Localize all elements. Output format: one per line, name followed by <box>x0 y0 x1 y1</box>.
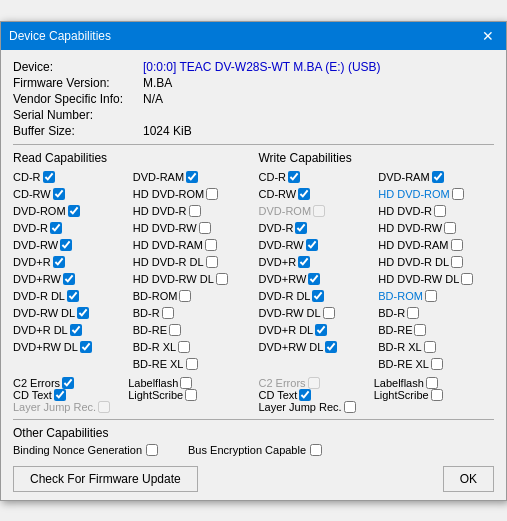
sub-cap-item: C2 Errors <box>259 377 356 389</box>
sub-cap-item: LightScribe <box>374 389 443 401</box>
cap-item: DVD-R <box>13 220 129 236</box>
cap-item: DVD+R <box>259 254 375 270</box>
firmware-value: M.BA <box>143 76 172 90</box>
cap-item: BD-R <box>133 305 249 321</box>
cap-item: BD-RE XL <box>378 356 494 372</box>
write-cap-grid: CD-RCD-RWDVD-ROMDVD-RDVD-RWDVD+RDVD+RWDV… <box>259 169 495 373</box>
sub-cap-item: Labelflash <box>128 377 197 389</box>
window-title: Device Capabilities <box>9 29 111 43</box>
firmware-row: Firmware Version: M.BA <box>13 76 494 90</box>
cap-item: DVD-RW <box>13 237 129 253</box>
capabilities-area: Read Capabilities CD-RCD-RWDVD-ROMDVD-RD… <box>13 151 494 413</box>
cap-item: HD DVD-RW <box>378 220 494 236</box>
sub-cap-item: LightScribe <box>128 389 197 401</box>
cap-item: DVD+R <box>13 254 129 270</box>
cap-item: DVD-RW DL <box>259 305 375 321</box>
cap-item: HD DVD-R DL <box>378 254 494 270</box>
other-cap-title: Other Capabilities <box>13 426 494 440</box>
read-cap-col2: DVD-RAMHD DVD-ROMHD DVD-RHD DVD-RWHD DVD… <box>133 169 249 373</box>
firmware-update-button[interactable]: Check For Firmware Update <box>13 466 198 492</box>
cap-item: DVD+RW <box>13 271 129 287</box>
serial-row: Serial Number: <box>13 108 494 122</box>
cap-item: HD DVD-RW DL <box>133 271 249 287</box>
vendor-row: Vendor Specific Info: N/A <box>13 92 494 106</box>
cap-item: DVD+RW <box>259 271 375 287</box>
read-sub-section: C2 ErrorsCD TextLayer Jump Rec. Labelfla… <box>13 377 249 413</box>
cap-item: HD DVD-RAM <box>133 237 249 253</box>
device-capabilities-window: Device Capabilities ✕ Device: [0:0:0] TE… <box>0 21 507 501</box>
cap-item: BD-ROM <box>378 288 494 304</box>
title-bar: Device Capabilities ✕ <box>1 22 506 50</box>
cap-item: DVD+R DL <box>13 322 129 338</box>
button-row: Check For Firmware Update OK <box>13 466 494 492</box>
cap-item: DVD-R DL <box>13 288 129 304</box>
device-row: Device: [0:0:0] TEAC DV-W28S-WT M.BA (E:… <box>13 60 494 74</box>
write-capabilities-section: Write Capabilities CD-RCD-RWDVD-ROMDVD-R… <box>259 151 495 413</box>
close-button[interactable]: ✕ <box>478 26 498 46</box>
firmware-label: Firmware Version: <box>13 76 143 90</box>
cap-item: DVD+R DL <box>259 322 375 338</box>
vendor-value: N/A <box>143 92 163 106</box>
vendor-label: Vendor Specific Info: <box>13 92 143 106</box>
sub-cap-item: CD Text <box>13 389 110 401</box>
cap-item: DVD-R DL <box>259 288 375 304</box>
window-content: Device: [0:0:0] TEAC DV-W28S-WT M.BA (E:… <box>1 50 506 500</box>
cap-item: CD-RW <box>13 186 129 202</box>
cap-item: HD DVD-RW <box>133 220 249 236</box>
cap-item: CD-R <box>259 169 375 185</box>
sub-cap-item: C2 Errors <box>13 377 110 389</box>
cap-item: HD DVD-RW DL <box>378 271 494 287</box>
cap-item: DVD-ROM <box>259 203 375 219</box>
sub-cap-item: Layer Jump Rec. <box>259 401 356 413</box>
cap-item: DVD-RAM <box>133 169 249 185</box>
cap-item: HD DVD-R DL <box>133 254 249 270</box>
buffer-row: Buffer Size: 1024 KiB <box>13 124 494 138</box>
write-cap-col1: CD-RCD-RWDVD-ROMDVD-RDVD-RWDVD+RDVD+RWDV… <box>259 169 375 373</box>
ok-button[interactable]: OK <box>443 466 494 492</box>
other-cap-row: Binding Nonce GenerationBus Encryption C… <box>13 444 494 456</box>
buffer-label: Buffer Size: <box>13 124 143 138</box>
cap-item: DVD-RW DL <box>13 305 129 321</box>
device-label: Device: <box>13 60 143 74</box>
cap-item: HD DVD-R <box>378 203 494 219</box>
read-cap-title: Read Capabilities <box>13 151 249 165</box>
cap-item: BD-RE <box>133 322 249 338</box>
serial-label: Serial Number: <box>13 108 143 122</box>
cap-item: BD-RE XL <box>133 356 249 372</box>
cap-item: BD-R XL <box>133 339 249 355</box>
sub-cap-item: Labelflash <box>374 377 443 389</box>
read-cap-grid: CD-RCD-RWDVD-ROMDVD-RDVD-RWDVD+RDVD+RWDV… <box>13 169 249 373</box>
cap-item: BD-R XL <box>378 339 494 355</box>
sub-cap-item: Layer Jump Rec. <box>13 401 110 413</box>
cap-item: DVD+RW DL <box>13 339 129 355</box>
device-value: [0:0:0] TEAC DV-W28S-WT M.BA (E:) (USB) <box>143 60 381 74</box>
cap-item: DVD+RW DL <box>259 339 375 355</box>
other-capabilities-section: Other Capabilities Binding Nonce Generat… <box>13 426 494 456</box>
write-cap-col2: DVD-RAMHD DVD-ROMHD DVD-RHD DVD-RWHD DVD… <box>378 169 494 373</box>
cap-item: HD DVD-ROM <box>378 186 494 202</box>
cap-item: CD-R <box>13 169 129 185</box>
other-cap-item: Binding Nonce Generation <box>13 444 158 456</box>
cap-item: HD DVD-RAM <box>378 237 494 253</box>
cap-item: BD-R <box>378 305 494 321</box>
write-sub-section: C2 ErrorsCD TextLayer Jump Rec. Labelfla… <box>259 377 495 413</box>
cap-item: HD DVD-ROM <box>133 186 249 202</box>
cap-item: CD-RW <box>259 186 375 202</box>
cap-item: BD-ROM <box>133 288 249 304</box>
read-capabilities-section: Read Capabilities CD-RCD-RWDVD-ROMDVD-RD… <box>13 151 249 413</box>
cap-item: DVD-RW <box>259 237 375 253</box>
cap-item: DVD-ROM <box>13 203 129 219</box>
cap-item: HD DVD-R <box>133 203 249 219</box>
cap-item: DVD-RAM <box>378 169 494 185</box>
cap-item: BD-RE <box>378 322 494 338</box>
other-cap-item: Bus Encryption Capable <box>188 444 322 456</box>
read-cap-col1: CD-RCD-RWDVD-ROMDVD-RDVD-RWDVD+RDVD+RWDV… <box>13 169 129 373</box>
buffer-value: 1024 KiB <box>143 124 192 138</box>
sub-cap-item: CD Text <box>259 389 356 401</box>
cap-item: DVD-R <box>259 220 375 236</box>
write-cap-title: Write Capabilities <box>259 151 495 165</box>
